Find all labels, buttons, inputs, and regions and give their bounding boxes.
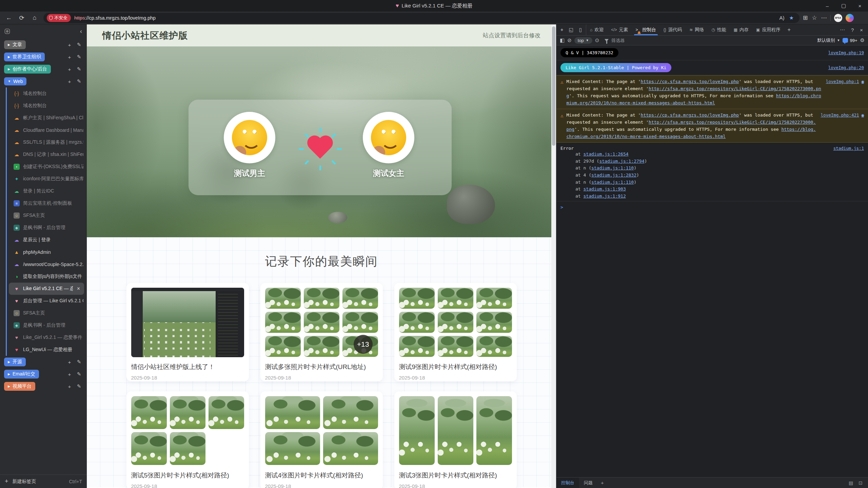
add-tab-to-group-button[interactable]: + [66, 384, 73, 389]
devtools-tab-home[interactable]: ⌂欢迎 [586, 24, 607, 35]
add-tab-to-group-button[interactable]: + [66, 42, 73, 48]
stack-link[interactable]: stadium.js:1:903 [583, 186, 626, 191]
source-link[interactable]: loveImg.php:20 [828, 65, 864, 70]
tab-group-pill[interactable]: ▶创作者中心/后台 [4, 65, 51, 74]
sidebar-tab[interactable]: ♥Like_Girl v5.2.1 — 恋爱事件 [7, 331, 87, 344]
sidebar-tab[interactable]: ≡简云宝塔主机-控制面板 [7, 197, 87, 209]
photo-tile[interactable] [438, 288, 473, 309]
context-selector[interactable]: top▼ [574, 37, 592, 44]
violation-icon[interactable]: ◉ [861, 78, 864, 85]
source-link[interactable]: loveImg.php:421 [821, 112, 859, 119]
add-tab-to-group-button[interactable]: + [66, 79, 73, 84]
close-tab-icon[interactable]: × [76, 286, 81, 292]
devtools-tab-sources[interactable]: {}源代码 [660, 24, 686, 35]
sidebar-tab[interactable]: ☁DNS | 记录 | sfsa.xin | ShiFengShuA [7, 148, 87, 161]
issues-counter[interactable]: 99+ [843, 38, 857, 43]
photo-tile[interactable] [476, 396, 512, 465]
edit-group-button[interactable]: ✎ [75, 371, 83, 377]
close-button[interactable]: × [852, 0, 868, 12]
warning-link[interactable]: https://cp.sfsa.mrgzs.top/loveImg.php [641, 79, 739, 84]
female-avatar[interactable] [363, 112, 414, 163]
photo-tile[interactable] [131, 432, 167, 465]
back-button[interactable]: ← [3, 13, 14, 23]
photo-tile[interactable] [304, 312, 339, 333]
inspect-icon[interactable]: ⌖ [558, 27, 566, 33]
edit-group-button[interactable]: ✎ [75, 66, 83, 72]
stack-link[interactable]: stadium.js:1:2794 [599, 159, 644, 164]
photo-tile[interactable] [170, 432, 205, 465]
tab-group-pill[interactable]: ▼Web [4, 77, 26, 85]
extensions-icon[interactable]: ⊞ [803, 14, 808, 21]
devtools-tab-application[interactable]: ▣应用程序 [752, 24, 784, 35]
photo-tile[interactable] [438, 396, 473, 465]
devtools-tab-network[interactable]: ≋网络 [686, 24, 708, 35]
edit-group-button[interactable]: ✎ [75, 78, 83, 84]
collapse-sidebar-icon[interactable]: ‹ [80, 28, 82, 35]
log-level-selector[interactable]: 默认级别▼ [817, 37, 840, 43]
collections-icon[interactable]: ☆ [812, 14, 817, 21]
devtools-tab-performance[interactable]: ◷性能 [708, 24, 730, 35]
photo-tile[interactable] [323, 432, 378, 465]
stack-link[interactable]: stadium.js:1:912 [583, 194, 626, 199]
address-bar[interactable]: 不安全 https://cp.sfsa.mrgzs.top/loveImg.ph… [43, 13, 800, 23]
photo-tile[interactable] [265, 336, 301, 357]
console-settings-gear-icon[interactable]: ⚙ [860, 37, 865, 43]
photo-tile[interactable] [399, 288, 435, 309]
sidebar-tab[interactable]: ☁/wwwroot/Couple-Space-5.2.1-CE [7, 258, 87, 270]
page-scrollbar[interactable] [551, 24, 556, 488]
drawer-tab-issues[interactable]: 问题 [579, 477, 597, 488]
photo-tile[interactable] [438, 312, 473, 333]
drawer-tab-console[interactable]: 控制台 [556, 477, 579, 488]
sidebar-tab[interactable]: ☁登录 | 简云IDC [7, 185, 87, 197]
console-sidebar-icon[interactable]: ◧ [560, 37, 565, 43]
drawer-dock-icon[interactable]: ▤ [847, 480, 855, 486]
edit-group-button[interactable]: ✎ [75, 54, 83, 60]
gallery-card[interactable]: 测试3张图片时卡片样式(相对路径)2025-09-18 [394, 391, 517, 488]
photo-tile[interactable] [304, 336, 339, 357]
more-tools-icon[interactable]: ⋯ [837, 27, 848, 33]
sidebar-tab[interactable]: ♥LG_NewUi — 恋爱相册 [7, 344, 87, 356]
photo-tile[interactable] [476, 312, 512, 333]
sidebar-tab[interactable]: ☁SSL/TLS | 源服务器 | mrgzs.top | S [7, 136, 87, 148]
sidebar-tab[interactable]: {-}域名控制台 [7, 100, 87, 112]
console-filter[interactable] [602, 37, 814, 44]
photo-tile[interactable] [304, 288, 339, 309]
photo-tile[interactable] [170, 396, 205, 429]
edit-group-button[interactable]: ✎ [75, 359, 83, 365]
console-prompt[interactable]: > [556, 201, 868, 213]
sidebar-tab[interactable]: ◈是枫书啊 - 后台管理 [7, 222, 87, 234]
stack-link[interactable]: stadium.js:1:2654 [583, 151, 628, 157]
url-text[interactable]: https://cp.sfsa.mrgzs.top/loveImg.php [74, 15, 774, 21]
reload-button[interactable]: ⟳ [16, 13, 27, 23]
photo-tile[interactable] [342, 288, 378, 309]
photo-tile[interactable] [399, 336, 435, 357]
device-emulation-icon[interactable]: ◱ [566, 27, 576, 33]
security-badge[interactable]: 不安全 [47, 14, 71, 22]
add-tab-to-group-button[interactable]: + [66, 66, 73, 72]
scrollbar-thumb[interactable] [552, 26, 555, 146]
sidebar-tab[interactable]: ☁星辰云 | 登录 [7, 234, 87, 246]
new-tab-row[interactable]: + 新建标签页 Ctrl+T [0, 474, 87, 488]
sidebar-tab[interactable]: ♥后台管理 — Like Girl v5.2.1 CE [7, 295, 87, 307]
sidebar-tab[interactable]: {-}域名控制台 [7, 87, 87, 100]
violation-icon[interactable]: ◉ [861, 112, 864, 119]
tab-group-pill[interactable]: ▶视频平台 [4, 382, 35, 391]
sidebar-tab[interactable]: ☁帐户主页 | ShiFengShuA | Cloudfla [7, 112, 87, 124]
photo-tile[interactable] [323, 396, 378, 429]
live-expression-eye-icon[interactable]: ⊙ [595, 37, 599, 43]
sidebar-tab[interactable]: ◈是枫书啊 - 后台管理 [7, 319, 87, 331]
focus-panel-icon[interactable]: ▯ [576, 27, 585, 33]
copilot-icon[interactable] [846, 14, 854, 22]
more-menu-icon[interactable]: ⋯ [821, 14, 827, 21]
gallery-card[interactable]: +13测试多张照片时卡片样式(URL地址)2025-09-18 [260, 283, 383, 381]
profile-avatar[interactable]: SFSA [834, 14, 842, 22]
edit-group-button[interactable]: ✎ [75, 383, 83, 389]
stack-link[interactable]: stadium.js:1:110 [591, 180, 634, 185]
devtools-tab-elements[interactable]: </>元素 [607, 24, 632, 35]
warning-link[interactable]: https://cp.sfsa.mrgzs.top/loveImg.php [641, 113, 739, 118]
gallery-card[interactable]: 测试5张图片时卡片样式(相对路径)2025-09-18 [126, 391, 249, 488]
photo-tile[interactable] [265, 288, 301, 309]
sidebar-tab[interactable]: ◑提取全部js内容到外部js文件 [7, 270, 87, 283]
source-link[interactable]: loveImg.php:19 [828, 50, 864, 55]
photo-tile[interactable] [399, 312, 435, 333]
